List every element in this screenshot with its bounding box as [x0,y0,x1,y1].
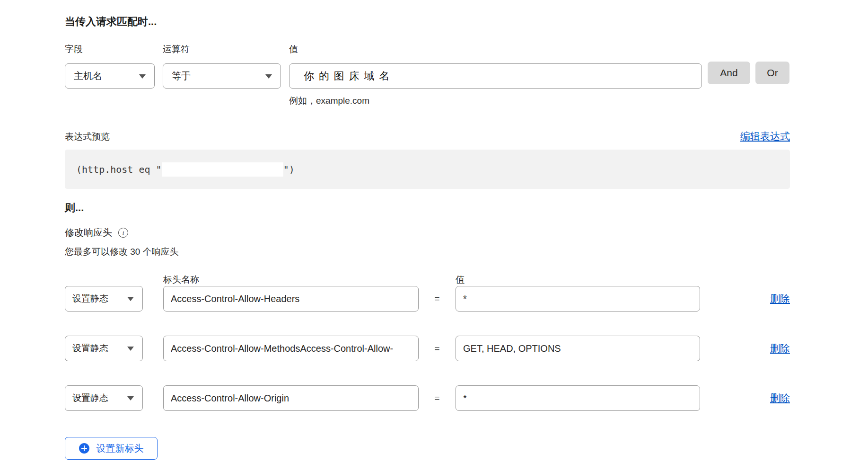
expression-preview-label: 表达式预览 [65,131,110,143]
operator-select[interactable]: 等于 [163,63,281,89]
operator-label: 运算符 [163,43,281,55]
chevron-down-icon [127,396,134,401]
row-3-header-name-input[interactable] [163,385,419,411]
expression-code-prefix: (http.host eq " [76,164,162,175]
plus-icon [79,443,89,454]
header-row: 设置静态 = 删除 [65,385,790,411]
field-select[interactable]: 主机名 [65,63,155,89]
info-icon[interactable]: i [118,228,128,238]
row-1-action-select[interactable]: 设置静态 [65,286,143,312]
row-1-equals-sign: = [419,294,456,304]
row-1-header-name-input[interactable] [163,286,419,312]
set-new-header-button[interactable]: 设置新标头 [65,437,158,460]
row-2-header-value-input[interactable] [456,336,700,361]
expression-preview-box: (http.host eq "") [65,150,790,189]
edit-expression-link[interactable]: 编辑表达式 [740,130,790,143]
header-limit-text: 您最多可以修改 30 个响应头 [65,246,790,258]
value-helper-text: 例如，example.com [289,95,702,107]
and-button[interactable]: And [708,62,750,84]
field-select-value: 主机名 [74,70,102,82]
row-1-delete-link[interactable]: 删除 [770,293,790,304]
value-label: 值 [289,43,702,55]
row-3-action-value: 设置静态 [72,392,108,404]
field-label: 字段 [65,43,155,55]
value-input[interactable] [289,63,702,89]
row-3-equals-sign: = [419,393,456,403]
row-2-action-value: 设置静态 [72,342,108,355]
operator-select-value: 等于 [172,70,191,82]
condition-row: 字段 主机名 运算符 等于 值 例如，example.com And Or [65,43,790,107]
set-new-header-label: 设置新标头 [96,442,144,455]
header-row: 设置静态 = 删除 [65,336,790,361]
redacted-value-box [162,162,283,177]
when-section-title: 当传入请求匹配时... [65,0,790,29]
header-value-column-label: 值 [456,274,700,286]
expression-code-suffix: ") [283,164,295,175]
row-3-delete-link[interactable]: 删除 [770,392,790,403]
header-row: 设置静态 = 删除 [65,286,790,312]
row-3-action-select[interactable]: 设置静态 [65,385,143,411]
row-2-action-select[interactable]: 设置静态 [65,336,143,361]
header-name-column-label: 标头名称 [163,274,419,286]
row-3-header-value-input[interactable] [456,385,700,411]
expression-code: (http.host eq "") [76,162,295,177]
chevron-down-icon [127,347,134,351]
or-button[interactable]: Or [755,62,789,84]
row-2-delete-link[interactable]: 删除 [770,343,790,354]
chevron-down-icon [139,74,146,79]
rule-editor: 当传入请求匹配时... 字段 主机名 运算符 等于 值 例如，example.c… [65,0,790,460]
row-2-header-name-input[interactable] [163,336,419,361]
row-1-header-value-input[interactable] [456,286,700,312]
chevron-down-icon [265,74,272,79]
chevron-down-icon [127,297,134,301]
then-section-title: 则... [65,201,790,215]
row-2-equals-sign: = [419,343,456,354]
modify-response-header-label: 修改响应头 [65,226,112,239]
row-1-action-value: 设置静态 [72,293,108,305]
